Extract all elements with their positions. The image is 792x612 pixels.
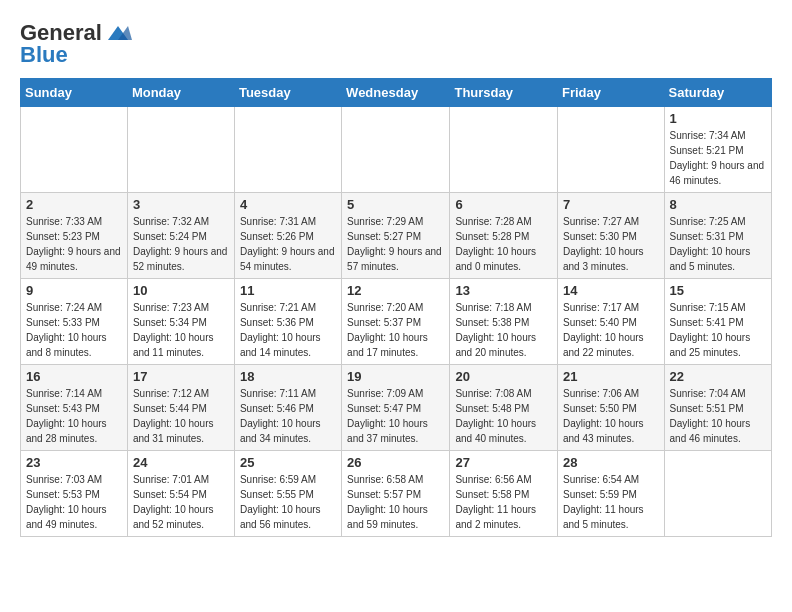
calendar-cell: 21Sunrise: 7:06 AM Sunset: 5:50 PM Dayli… bbox=[558, 365, 665, 451]
calendar-cell: 22Sunrise: 7:04 AM Sunset: 5:51 PM Dayli… bbox=[664, 365, 771, 451]
day-number: 15 bbox=[670, 283, 766, 298]
day-number: 16 bbox=[26, 369, 122, 384]
calendar-cell bbox=[664, 451, 771, 537]
day-info: Sunrise: 7:04 AM Sunset: 5:51 PM Dayligh… bbox=[670, 386, 766, 446]
calendar-cell: 24Sunrise: 7:01 AM Sunset: 5:54 PM Dayli… bbox=[127, 451, 234, 537]
calendar-cell: 6Sunrise: 7:28 AM Sunset: 5:28 PM Daylig… bbox=[450, 193, 558, 279]
logo-blue: Blue bbox=[20, 42, 68, 68]
day-info: Sunrise: 7:01 AM Sunset: 5:54 PM Dayligh… bbox=[133, 472, 229, 532]
day-number: 9 bbox=[26, 283, 122, 298]
day-number: 8 bbox=[670, 197, 766, 212]
calendar-header-row: SundayMondayTuesdayWednesdayThursdayFrid… bbox=[21, 79, 772, 107]
day-number: 27 bbox=[455, 455, 552, 470]
calendar-cell bbox=[127, 107, 234, 193]
day-number: 6 bbox=[455, 197, 552, 212]
day-info: Sunrise: 7:15 AM Sunset: 5:41 PM Dayligh… bbox=[670, 300, 766, 360]
day-number: 17 bbox=[133, 369, 229, 384]
day-number: 5 bbox=[347, 197, 444, 212]
calendar-cell bbox=[558, 107, 665, 193]
day-number: 28 bbox=[563, 455, 659, 470]
day-number: 12 bbox=[347, 283, 444, 298]
day-info: Sunrise: 7:06 AM Sunset: 5:50 PM Dayligh… bbox=[563, 386, 659, 446]
day-number: 24 bbox=[133, 455, 229, 470]
day-info: Sunrise: 7:12 AM Sunset: 5:44 PM Dayligh… bbox=[133, 386, 229, 446]
day-number: 26 bbox=[347, 455, 444, 470]
day-number: 7 bbox=[563, 197, 659, 212]
day-info: Sunrise: 7:28 AM Sunset: 5:28 PM Dayligh… bbox=[455, 214, 552, 274]
calendar-cell: 14Sunrise: 7:17 AM Sunset: 5:40 PM Dayli… bbox=[558, 279, 665, 365]
calendar-cell: 15Sunrise: 7:15 AM Sunset: 5:41 PM Dayli… bbox=[664, 279, 771, 365]
calendar-table: SundayMondayTuesdayWednesdayThursdayFrid… bbox=[20, 78, 772, 537]
calendar-week-1: 1Sunrise: 7:34 AM Sunset: 5:21 PM Daylig… bbox=[21, 107, 772, 193]
calendar-cell: 23Sunrise: 7:03 AM Sunset: 5:53 PM Dayli… bbox=[21, 451, 128, 537]
calendar-cell: 5Sunrise: 7:29 AM Sunset: 5:27 PM Daylig… bbox=[342, 193, 450, 279]
day-header-friday: Friday bbox=[558, 79, 665, 107]
calendar-cell: 8Sunrise: 7:25 AM Sunset: 5:31 PM Daylig… bbox=[664, 193, 771, 279]
calendar-cell: 7Sunrise: 7:27 AM Sunset: 5:30 PM Daylig… bbox=[558, 193, 665, 279]
day-number: 23 bbox=[26, 455, 122, 470]
day-number: 2 bbox=[26, 197, 122, 212]
day-number: 22 bbox=[670, 369, 766, 384]
day-info: Sunrise: 7:33 AM Sunset: 5:23 PM Dayligh… bbox=[26, 214, 122, 274]
day-header-sunday: Sunday bbox=[21, 79, 128, 107]
calendar-cell: 19Sunrise: 7:09 AM Sunset: 5:47 PM Dayli… bbox=[342, 365, 450, 451]
day-info: Sunrise: 7:20 AM Sunset: 5:37 PM Dayligh… bbox=[347, 300, 444, 360]
day-info: Sunrise: 6:56 AM Sunset: 5:58 PM Dayligh… bbox=[455, 472, 552, 532]
day-number: 25 bbox=[240, 455, 336, 470]
calendar-cell: 12Sunrise: 7:20 AM Sunset: 5:37 PM Dayli… bbox=[342, 279, 450, 365]
day-number: 20 bbox=[455, 369, 552, 384]
day-info: Sunrise: 7:14 AM Sunset: 5:43 PM Dayligh… bbox=[26, 386, 122, 446]
calendar-week-2: 2Sunrise: 7:33 AM Sunset: 5:23 PM Daylig… bbox=[21, 193, 772, 279]
calendar-cell: 20Sunrise: 7:08 AM Sunset: 5:48 PM Dayli… bbox=[450, 365, 558, 451]
day-number: 11 bbox=[240, 283, 336, 298]
calendar-cell: 26Sunrise: 6:58 AM Sunset: 5:57 PM Dayli… bbox=[342, 451, 450, 537]
calendar-cell: 27Sunrise: 6:56 AM Sunset: 5:58 PM Dayli… bbox=[450, 451, 558, 537]
calendar-cell: 10Sunrise: 7:23 AM Sunset: 5:34 PM Dayli… bbox=[127, 279, 234, 365]
calendar-week-5: 23Sunrise: 7:03 AM Sunset: 5:53 PM Dayli… bbox=[21, 451, 772, 537]
day-info: Sunrise: 7:34 AM Sunset: 5:21 PM Dayligh… bbox=[670, 128, 766, 188]
day-header-tuesday: Tuesday bbox=[234, 79, 341, 107]
day-info: Sunrise: 6:54 AM Sunset: 5:59 PM Dayligh… bbox=[563, 472, 659, 532]
day-header-wednesday: Wednesday bbox=[342, 79, 450, 107]
day-info: Sunrise: 7:29 AM Sunset: 5:27 PM Dayligh… bbox=[347, 214, 444, 274]
calendar-week-3: 9Sunrise: 7:24 AM Sunset: 5:33 PM Daylig… bbox=[21, 279, 772, 365]
calendar-cell: 16Sunrise: 7:14 AM Sunset: 5:43 PM Dayli… bbox=[21, 365, 128, 451]
logo-icon bbox=[104, 22, 132, 44]
calendar-cell: 2Sunrise: 7:33 AM Sunset: 5:23 PM Daylig… bbox=[21, 193, 128, 279]
calendar-cell: 28Sunrise: 6:54 AM Sunset: 5:59 PM Dayli… bbox=[558, 451, 665, 537]
day-info: Sunrise: 7:08 AM Sunset: 5:48 PM Dayligh… bbox=[455, 386, 552, 446]
day-info: Sunrise: 7:03 AM Sunset: 5:53 PM Dayligh… bbox=[26, 472, 122, 532]
calendar-cell: 1Sunrise: 7:34 AM Sunset: 5:21 PM Daylig… bbox=[664, 107, 771, 193]
calendar-cell bbox=[234, 107, 341, 193]
calendar-cell bbox=[21, 107, 128, 193]
day-number: 13 bbox=[455, 283, 552, 298]
day-info: Sunrise: 7:24 AM Sunset: 5:33 PM Dayligh… bbox=[26, 300, 122, 360]
day-info: Sunrise: 7:09 AM Sunset: 5:47 PM Dayligh… bbox=[347, 386, 444, 446]
calendar-week-4: 16Sunrise: 7:14 AM Sunset: 5:43 PM Dayli… bbox=[21, 365, 772, 451]
day-header-saturday: Saturday bbox=[664, 79, 771, 107]
day-info: Sunrise: 7:25 AM Sunset: 5:31 PM Dayligh… bbox=[670, 214, 766, 274]
logo: General Blue bbox=[20, 20, 132, 68]
day-info: Sunrise: 6:58 AM Sunset: 5:57 PM Dayligh… bbox=[347, 472, 444, 532]
calendar-cell: 3Sunrise: 7:32 AM Sunset: 5:24 PM Daylig… bbox=[127, 193, 234, 279]
day-number: 3 bbox=[133, 197, 229, 212]
day-number: 10 bbox=[133, 283, 229, 298]
day-number: 1 bbox=[670, 111, 766, 126]
day-info: Sunrise: 7:31 AM Sunset: 5:26 PM Dayligh… bbox=[240, 214, 336, 274]
calendar-cell bbox=[450, 107, 558, 193]
day-header-thursday: Thursday bbox=[450, 79, 558, 107]
day-info: Sunrise: 6:59 AM Sunset: 5:55 PM Dayligh… bbox=[240, 472, 336, 532]
calendar-cell: 4Sunrise: 7:31 AM Sunset: 5:26 PM Daylig… bbox=[234, 193, 341, 279]
day-info: Sunrise: 7:27 AM Sunset: 5:30 PM Dayligh… bbox=[563, 214, 659, 274]
calendar-cell: 18Sunrise: 7:11 AM Sunset: 5:46 PM Dayli… bbox=[234, 365, 341, 451]
day-info: Sunrise: 7:11 AM Sunset: 5:46 PM Dayligh… bbox=[240, 386, 336, 446]
day-number: 21 bbox=[563, 369, 659, 384]
calendar-cell bbox=[342, 107, 450, 193]
day-number: 18 bbox=[240, 369, 336, 384]
day-info: Sunrise: 7:23 AM Sunset: 5:34 PM Dayligh… bbox=[133, 300, 229, 360]
day-info: Sunrise: 7:21 AM Sunset: 5:36 PM Dayligh… bbox=[240, 300, 336, 360]
day-number: 14 bbox=[563, 283, 659, 298]
day-info: Sunrise: 7:32 AM Sunset: 5:24 PM Dayligh… bbox=[133, 214, 229, 274]
calendar-cell: 25Sunrise: 6:59 AM Sunset: 5:55 PM Dayli… bbox=[234, 451, 341, 537]
calendar-cell: 17Sunrise: 7:12 AM Sunset: 5:44 PM Dayli… bbox=[127, 365, 234, 451]
